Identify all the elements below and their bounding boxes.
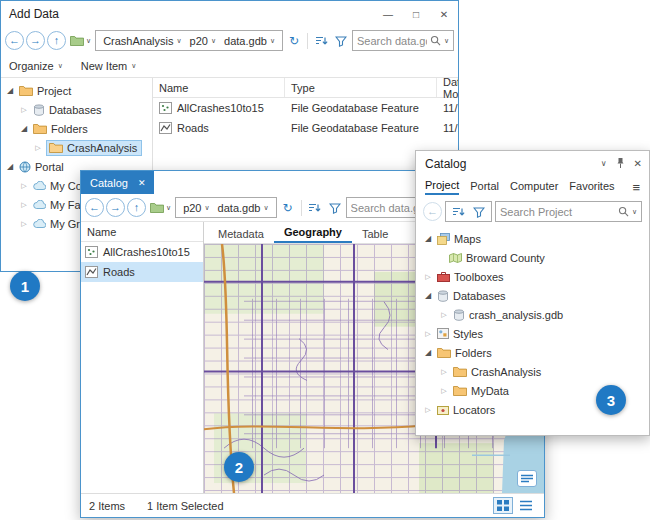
filter-icon[interactable]	[470, 202, 488, 221]
caret-expanded-icon[interactable]: ◢	[5, 163, 15, 171]
tree-item-toolboxes[interactable]: ▷ Toolboxes	[416, 267, 649, 286]
caret-collapsed-icon[interactable]: ▷	[19, 201, 29, 208]
column-header-type[interactable]: Type	[285, 78, 437, 97]
search-box: ∨	[495, 201, 642, 222]
back-icon[interactable]: ←	[423, 202, 442, 221]
caret-collapsed-icon[interactable]: ▷	[423, 406, 433, 413]
tree-item-crash-analysis-gdb[interactable]: ▷ crash_analysis.gdb	[416, 305, 649, 324]
line-feature-icon	[159, 122, 172, 134]
add-data-titlebar[interactable]: Add Data — □ ✕	[1, 1, 458, 27]
list-view-icon[interactable]	[516, 497, 536, 514]
grid-view-icon[interactable]	[493, 497, 513, 514]
minimize-icon[interactable]: —	[374, 2, 402, 26]
tree-item-maps[interactable]: ◢ Maps	[416, 229, 649, 248]
caret-collapsed-icon[interactable]: ▷	[33, 144, 43, 151]
tree-item-folders[interactable]: ◢ Folders	[416, 343, 649, 362]
catalog-pane-header[interactable]: Catalog ∨ ✕	[416, 151, 649, 176]
pane-tabs: Project Portal Computer Favorites ≡	[416, 176, 649, 198]
tree-item-databases[interactable]: ▷ Databases	[1, 100, 152, 119]
forward-icon[interactable]: →	[106, 198, 125, 217]
filter-icon[interactable]	[326, 198, 344, 217]
new-item-button[interactable]: New Item ∨	[81, 60, 137, 72]
caret-collapsed-icon[interactable]: ▷	[439, 368, 449, 375]
up-icon[interactable]: ↑	[47, 31, 66, 50]
caret-collapsed-icon[interactable]: ▷	[19, 220, 29, 227]
window-title: Add Data	[1, 7, 59, 21]
list-tools	[445, 201, 492, 222]
locator-icon	[437, 404, 449, 416]
location-dropdown[interactable]: ∨	[68, 35, 93, 46]
tab-favorites[interactable]: Favorites	[569, 180, 614, 194]
search-input[interactable]	[500, 206, 615, 218]
close-icon[interactable]: ✕	[138, 178, 146, 188]
refresh-icon[interactable]: ↻	[285, 31, 303, 50]
caret-collapsed-icon[interactable]: ▷	[423, 330, 433, 337]
tab-metadata[interactable]: Metadata	[208, 226, 274, 243]
caret-collapsed-icon[interactable]: ▷	[19, 182, 29, 189]
tab-computer[interactable]: Computer	[510, 180, 558, 194]
caret-collapsed-icon[interactable]: ▷	[19, 106, 29, 113]
back-icon[interactable]: ←	[5, 31, 24, 50]
chevron-down-icon[interactable]: ∨	[632, 208, 637, 215]
tree-item-project[interactable]: ◢ Project	[1, 81, 152, 100]
forward-icon[interactable]: →	[26, 31, 45, 50]
globe-icon	[19, 161, 31, 173]
tab-geography[interactable]: Geography	[274, 224, 352, 243]
table-row[interactable]: Roads File Geodatabase Feature 11/18/202…	[153, 118, 458, 138]
sort-icon[interactable]	[312, 31, 330, 50]
breadcrumb-segment[interactable]: p20 ∨	[179, 202, 213, 214]
tree-item-crashanalysis[interactable]: ▷ CrashAnalysis	[1, 138, 152, 157]
menu-icon[interactable]: ≡	[632, 180, 640, 195]
breadcrumb-segment[interactable]: CrashAnalysis ∨	[99, 35, 185, 47]
layers-icon[interactable]	[517, 470, 537, 487]
list-item-selected[interactable]: Roads	[81, 262, 203, 282]
list-item[interactable]: AllCrashes10to15	[81, 242, 203, 262]
breadcrumb-segment[interactable]: p20 ∨	[186, 35, 220, 47]
tree-item-broward-county[interactable]: Broward County	[416, 248, 649, 267]
caret-expanded-icon[interactable]: ◢	[423, 235, 433, 243]
search-input[interactable]	[357, 35, 427, 47]
caret-collapsed-icon[interactable]: ▷	[439, 387, 449, 394]
caret-expanded-icon[interactable]: ◢	[5, 87, 15, 95]
breadcrumb-segment[interactable]: data.gdb ∨	[220, 35, 279, 47]
location-dropdown[interactable]: ∨	[148, 202, 173, 213]
up-icon[interactable]: ↑	[127, 198, 146, 217]
organize-button[interactable]: Organize ∨	[9, 60, 63, 72]
tree-item-folders[interactable]: ◢ Folders	[1, 119, 152, 138]
back-icon[interactable]: ←	[85, 198, 104, 217]
refresh-icon[interactable]: ↻	[279, 198, 297, 217]
tree-item-databases[interactable]: ◢ Databases	[416, 286, 649, 305]
filter-icon[interactable]	[332, 31, 350, 50]
folder-icon	[19, 85, 33, 96]
breadcrumb-segment[interactable]: data.gdb ∨	[214, 202, 273, 214]
styles-icon	[437, 328, 449, 339]
column-header-name[interactable]: Name	[153, 78, 285, 97]
tree-item-crashanalysis-folder[interactable]: ▷ CrashAnalysis	[416, 362, 649, 381]
maximize-icon[interactable]: □	[402, 2, 430, 26]
caret-expanded-icon[interactable]: ◢	[423, 349, 433, 357]
chevron-down-icon: ∨	[211, 37, 216, 44]
open-folder-icon	[49, 142, 63, 153]
caret-collapsed-icon[interactable]: ▷	[439, 311, 449, 318]
close-icon[interactable]: ✕	[430, 2, 458, 26]
sort-icon[interactable]	[306, 198, 324, 217]
column-header-name[interactable]: Name	[81, 222, 203, 242]
caret-expanded-icon[interactable]: ◢	[423, 292, 433, 300]
table-row[interactable]: AllCrashes10to15 File Geodatabase Featur…	[153, 98, 458, 118]
caret-collapsed-icon[interactable]: ▷	[423, 273, 433, 280]
sort-icon[interactable]	[449, 202, 467, 221]
close-icon[interactable]: ✕	[634, 158, 642, 169]
pin-icon[interactable]	[616, 157, 625, 171]
catalog-tab[interactable]: Catalog ✕	[81, 171, 154, 194]
folder-icon	[453, 366, 467, 377]
tab-table[interactable]: Table	[352, 226, 398, 243]
column-header-date-modified[interactable]: Date Modified	[437, 78, 458, 97]
chevron-down-icon: ∨	[58, 62, 63, 69]
chevron-down-icon[interactable]: ∨	[444, 37, 449, 44]
tab-portal[interactable]: Portal	[470, 180, 499, 194]
caret-expanded-icon[interactable]: ◢	[19, 125, 29, 133]
chevron-down-icon[interactable]: ∨	[601, 160, 607, 168]
item-count: 2 Items	[89, 500, 125, 512]
tree-item-styles[interactable]: ▷ Styles	[416, 324, 649, 343]
tab-project[interactable]: Project	[425, 179, 459, 195]
